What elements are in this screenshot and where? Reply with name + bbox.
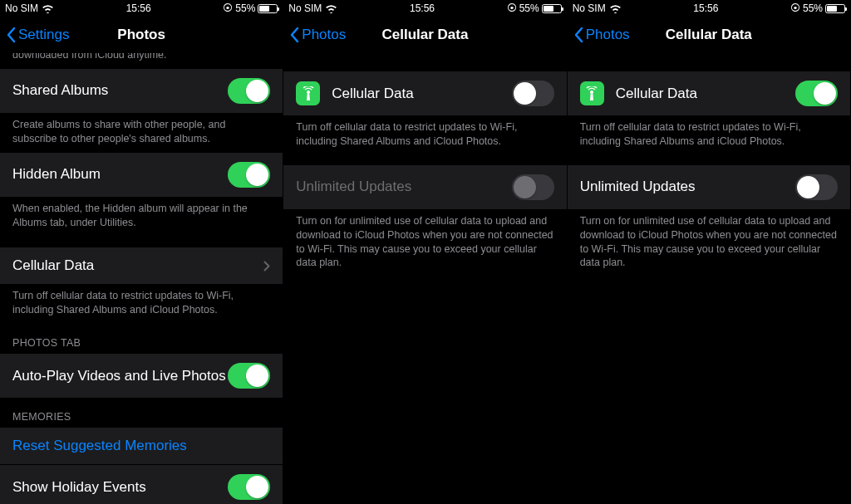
panel-cellular-on: No SIM 15:56 ⦿ 55% Photos Cellular Data … bbox=[568, 0, 851, 504]
battery-pct-label: 55% bbox=[235, 2, 255, 14]
nav-bar: Photos Cellular Data bbox=[283, 17, 566, 53]
footer-text: Turn off cellular data to restrict updat… bbox=[568, 115, 850, 155]
nav-bar: Photos Cellular Data bbox=[568, 17, 850, 53]
back-button[interactable]: Settings bbox=[7, 27, 69, 43]
battery-pct-label: 55% bbox=[803, 2, 823, 14]
carrier-label: No SIM bbox=[573, 2, 606, 14]
row-label: Cellular Data bbox=[332, 86, 511, 102]
row-label: Unlimited Updates bbox=[580, 179, 795, 195]
wifi-icon bbox=[609, 4, 622, 13]
row-autoplay: Auto-Play Videos and Live Photos bbox=[0, 354, 283, 398]
toggle-unlimited-updates bbox=[512, 174, 554, 200]
battery-icon bbox=[542, 4, 562, 13]
status-bar: No SIM 15:56 ⦿ 55% bbox=[0, 0, 283, 17]
antenna-icon bbox=[580, 81, 604, 105]
row-unlimited-updates: Unlimited Updates bbox=[568, 165, 850, 209]
row-label: Reset Suggested Memories bbox=[12, 438, 270, 454]
row-hidden-album: Hidden Album bbox=[0, 153, 283, 197]
chevron-right-icon bbox=[263, 261, 270, 272]
row-reset-memories[interactable]: Reset Suggested Memories bbox=[0, 428, 283, 464]
section-header: PHOTOS TAB bbox=[0, 324, 283, 354]
footer-text: Turn off cellular data to restrict updat… bbox=[0, 284, 283, 324]
nav-title: Photos bbox=[117, 27, 165, 43]
toggle-unlimited-updates[interactable] bbox=[795, 174, 838, 200]
antenna-icon bbox=[296, 81, 320, 105]
toggle-cellular-data[interactable] bbox=[795, 81, 838, 106]
row-shared-albums: Shared Albums bbox=[0, 69, 283, 113]
battery-icon bbox=[825, 4, 845, 13]
row-cellular-data[interactable]: Cellular Data bbox=[0, 247, 283, 284]
wifi-icon bbox=[42, 4, 54, 13]
clock-label: 15:56 bbox=[410, 2, 435, 14]
chevron-left-icon bbox=[574, 27, 584, 43]
toggle-autoplay[interactable] bbox=[228, 363, 270, 389]
row-unlimited-updates: Unlimited Updates bbox=[283, 165, 566, 209]
row-label: Auto-Play Videos and Live Photos bbox=[12, 368, 228, 384]
row-label: Show Holiday Events bbox=[12, 479, 228, 496]
footer-text: When enabled, the Hidden album will appe… bbox=[0, 197, 283, 237]
row-label: Cellular Data bbox=[12, 257, 263, 274]
clock-label: 15:56 bbox=[693, 2, 718, 14]
panel-cellular-off: No SIM 15:56 ⦿ 55% Photos Cellular Data … bbox=[283, 0, 567, 504]
battery-icon bbox=[258, 4, 278, 13]
footer-text: Turn off cellular data to restrict updat… bbox=[283, 115, 566, 155]
back-button[interactable]: Photos bbox=[290, 27, 346, 43]
battery-pct-label: 55% bbox=[519, 2, 539, 14]
row-label: Cellular Data bbox=[616, 86, 795, 102]
row-label: Hidden Album bbox=[12, 166, 228, 183]
toggle-shared-albums[interactable] bbox=[228, 78, 270, 104]
back-label: Photos bbox=[302, 27, 346, 43]
footer-text: Create albums to share with other people… bbox=[0, 113, 283, 153]
panel-photos-settings: No SIM 15:56 ⦿ 55% Settings Photos downl… bbox=[0, 0, 283, 504]
nav-title: Cellular Data bbox=[382, 27, 469, 43]
row-label: Shared Albums bbox=[12, 82, 228, 99]
footer-text: Turn on for unlimited use of cellular da… bbox=[283, 209, 566, 277]
footer-text: Turn on for unlimited use of cellular da… bbox=[568, 209, 850, 277]
status-bar: No SIM 15:56 ⦿ 55% bbox=[283, 0, 566, 17]
back-label: Photos bbox=[586, 27, 630, 43]
carrier-label: No SIM bbox=[5, 2, 38, 14]
footer-text: downloaded from iCloud anytime. bbox=[0, 53, 283, 69]
row-holiday: Show Holiday Events bbox=[0, 465, 283, 504]
wifi-icon bbox=[325, 4, 337, 13]
toggle-hidden-album[interactable] bbox=[228, 162, 270, 188]
alarm-icon: ⦿ bbox=[223, 2, 233, 14]
status-bar: No SIM 15:56 ⦿ 55% bbox=[568, 0, 850, 17]
row-cellular-data: Cellular Data bbox=[568, 71, 850, 115]
row-label: Unlimited Updates bbox=[296, 179, 511, 195]
chevron-left-icon bbox=[290, 27, 300, 43]
section-header: MEMORIES bbox=[0, 398, 283, 428]
alarm-icon: ⦿ bbox=[507, 2, 517, 14]
carrier-label: No SIM bbox=[288, 2, 322, 14]
alarm-icon: ⦿ bbox=[790, 2, 800, 14]
back-button[interactable]: Photos bbox=[574, 27, 630, 43]
clock-label: 15:56 bbox=[126, 2, 151, 14]
nav-bar: Settings Photos bbox=[0, 17, 283, 53]
back-label: Settings bbox=[18, 27, 69, 43]
chevron-left-icon bbox=[7, 27, 17, 43]
nav-title: Cellular Data bbox=[666, 27, 752, 43]
toggle-holiday[interactable] bbox=[228, 474, 270, 500]
row-cellular-data: Cellular Data bbox=[283, 71, 566, 115]
toggle-cellular-data[interactable] bbox=[512, 81, 554, 106]
